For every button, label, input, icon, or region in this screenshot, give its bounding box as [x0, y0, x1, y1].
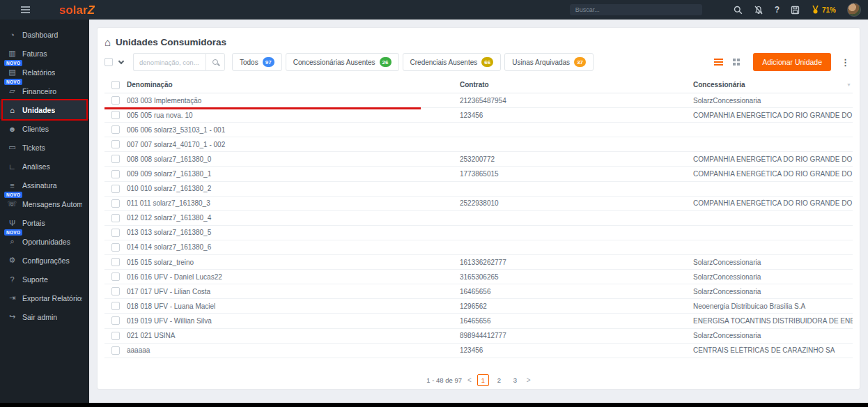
table-row[interactable]: 015 015 solarz_treino 161336262777 Solar…	[104, 255, 853, 270]
avatar[interactable]	[847, 3, 861, 17]
save-icon[interactable]	[791, 6, 800, 15]
row-checkbox[interactable]	[111, 346, 120, 355]
sidebar-item-message[interactable]: NOVO ☏ Mensagens Automát...	[0, 194, 89, 213]
sidebar-nav: ◔ Dashboard ▥ Faturas NOVO ▤ Relatórios …	[0, 20, 89, 403]
row-checkbox[interactable]	[111, 316, 120, 325]
row-checkbox[interactable]	[111, 111, 120, 119]
tab-usinas-arquivadas[interactable]: Usinas Arquivadas 37	[504, 53, 594, 71]
more-options-icon[interactable]: ⋮	[841, 57, 850, 68]
help-icon[interactable]: ?	[775, 5, 780, 15]
row-checkbox[interactable]	[111, 229, 120, 237]
row-checkbox[interactable]	[111, 185, 120, 193]
row-checkbox[interactable]	[111, 272, 120, 281]
column-contrato[interactable]: Contrato	[460, 81, 693, 89]
row-checkbox[interactable]	[111, 214, 120, 222]
cell-concessionaria: COMPANHIA ENERGÉTICA DO RIO GRANDE DO NO…	[693, 155, 853, 163]
row-checkbox[interactable]	[111, 199, 120, 208]
sidebar-item-export[interactable]: ⇥ Exportar Relatórios	[0, 289, 89, 307]
next-page-icon[interactable]: >	[527, 376, 531, 384]
column-concessionaria[interactable]: Concessionária▼	[693, 81, 853, 89]
table-row[interactable]: 010 010 solarz7_161380_2	[104, 182, 853, 197]
table-row[interactable]: 013 013 solarz7_161380_5	[104, 226, 853, 240]
header-checkbox[interactable]	[111, 81, 120, 89]
logo-text: solar	[59, 3, 88, 17]
cell-denominacao: 006 006 solarz3_53103_1 - 001	[120, 126, 460, 134]
chevron-down-icon[interactable]	[118, 58, 124, 63]
sidebar-item-dashboard[interactable]: ◔ Dashboard	[0, 25, 89, 44]
table-row[interactable]: 017 017 UFV - Lilian Costa 16465656 Sola…	[104, 284, 853, 299]
sidebar-item-gear[interactable]: ⚙ Configurações	[0, 251, 89, 270]
filter-funnel-icon[interactable]: ▼	[846, 82, 851, 87]
search-icon[interactable]	[734, 6, 743, 15]
global-search-input[interactable]	[570, 4, 702, 15]
tab-todos[interactable]: Todos 97	[232, 53, 282, 71]
tab-credenciais-ausentes[interactable]: Credenciais Ausentes 66	[403, 53, 502, 71]
list-view-icon[interactable]	[714, 59, 723, 66]
table-row[interactable]: 003 003 Implementação 212365487954 Solar…	[104, 93, 853, 108]
cell-concessionaria: SolarzConcessionaria	[693, 273, 853, 281]
row-checkbox[interactable]	[111, 155, 120, 163]
table-row[interactable]: 011 011 solarz7_161380_3 2522938010 COMP…	[104, 197, 853, 211]
row-checkbox[interactable]	[111, 125, 120, 134]
sidebar-item-user[interactable]: ☻ Clientes	[0, 119, 89, 138]
table-row[interactable]: 006 006 solarz3_53103_1 - 001	[104, 123, 853, 137]
table-row[interactable]: 007 007 solarz4_40170_1 - 002	[104, 137, 853, 152]
page-1[interactable]: 1	[477, 374, 489, 386]
table-search-button[interactable]	[206, 53, 225, 71]
invoices-icon: ▥	[7, 49, 17, 58]
cell-denominacao: 018 018 UFV - Luana Maciel	[120, 302, 460, 310]
notifications-muted-icon[interactable]	[754, 6, 764, 15]
table-row[interactable]: 014 014 solarz7_161380_6	[104, 240, 853, 255]
sidebar-item-ticket[interactable]: ▭ Tickets	[0, 138, 89, 157]
gamification-score[interactable]: 71%	[811, 5, 836, 15]
table-row[interactable]: 021 021 USINA 898944412777 SolarzConcess…	[104, 329, 853, 344]
sidebar-item-finance[interactable]: NOVO ▱ Financeiro	[0, 82, 89, 100]
cell-concessionaria: COMPANHIA ENERGÉTICA DO RIO GRANDE DO NO…	[693, 199, 853, 207]
tab-label: Usinas Arquivadas	[512, 59, 570, 66]
table-row[interactable]: 012 012 solarz7_161380_4	[104, 211, 853, 226]
cell-contrato: 123456	[460, 346, 693, 354]
table-row[interactable]: 008 008 solarz7_161380_0 253200772 COMPA…	[104, 152, 853, 167]
table-row[interactable]: 019 019 UFV - Willian Silva 16465656 ENE…	[104, 314, 853, 328]
table-row[interactable]: 018 018 UFV - Luana Maciel 1296562 Neoen…	[104, 299, 853, 314]
row-checkbox[interactable]	[111, 332, 120, 340]
cell-denominacao: 005 005 rua nova. 10	[120, 112, 460, 119]
cell-contrato: 123456	[460, 112, 693, 119]
sidebar-item-opportunity[interactable]: NOVO ⌕ Oportunidades	[0, 232, 89, 251]
table-search-input[interactable]	[133, 53, 206, 71]
sidebar-item-logout[interactable]: ↪ Sair admin	[0, 307, 89, 326]
row-checkbox[interactable]	[111, 243, 120, 252]
cell-contrato: 2522938010	[460, 199, 693, 207]
row-checkbox[interactable]	[111, 170, 120, 178]
table-row[interactable]: 009 009 solarz7_161380_1 1773865015 COMP…	[104, 167, 853, 181]
table-row[interactable]: aaaaaa 123456 CENTRAIS ELÉTRICAS DE CARA…	[104, 344, 853, 358]
main-content: ⌂ Unidades Consumidoras Todos 97 Concess…	[89, 20, 868, 403]
cell-denominacao: 014 014 solarz7_161380_6	[120, 243, 460, 251]
sidebar-item-label: Configurações	[22, 256, 70, 265]
page-2[interactable]: 2	[493, 374, 505, 386]
view-buttons: Adicionar Unidade ⋮	[714, 53, 853, 71]
row-checkbox[interactable]	[111, 302, 120, 310]
pagination-summary: 1 - 48 de 97	[426, 376, 462, 384]
sidebar-item-home[interactable]: ⌂ Unidades	[0, 100, 89, 119]
row-checkbox[interactable]	[111, 140, 120, 148]
column-denominacao[interactable]: Denominação	[120, 81, 460, 89]
sidebar-item-chart[interactable]: ∟ Análises	[0, 157, 89, 176]
page-3[interactable]: 3	[509, 374, 521, 386]
tab-concession-rias-ausentes[interactable]: Concessionárias Ausentes 26	[286, 53, 399, 71]
add-unit-button[interactable]: Adicionar Unidade	[753, 53, 831, 71]
prev-page-icon[interactable]: <	[467, 376, 472, 384]
grid-view-icon[interactable]	[733, 59, 741, 66]
row-checkbox[interactable]	[111, 258, 120, 266]
user-icon: ☻	[7, 125, 17, 133]
row-checkbox[interactable]	[111, 287, 120, 295]
menu-toggle-icon[interactable]	[21, 6, 30, 13]
cell-denominacao: 017 017 UFV - Lilian Costa	[120, 288, 460, 295]
table-row[interactable]: 016 016 UFV - Daniel Lucas22 3165306265 …	[104, 270, 853, 284]
row-checkbox[interactable]	[111, 96, 120, 105]
sidebar-item-question[interactable]: ? Suporte	[0, 270, 89, 289]
cell-denominacao: 003 003 Implementação	[120, 97, 460, 105]
table-row[interactable]: 005 005 rua nova. 10 123456 COMPANHIA EN…	[104, 108, 853, 123]
select-all-checkbox[interactable]	[104, 58, 113, 66]
sidebar-item-label: Clientes	[22, 125, 49, 133]
